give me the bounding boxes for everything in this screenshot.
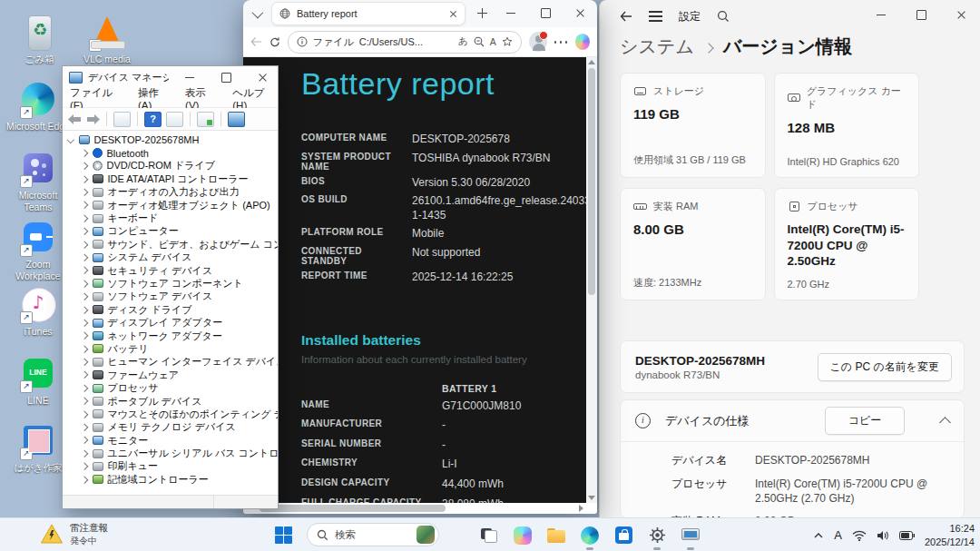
file-explorer-button[interactable] bbox=[546, 526, 566, 546]
tree-item[interactable]: ユニバーサル シリアル バス コントローラー bbox=[63, 447, 278, 459]
expand-chevron-icon[interactable] bbox=[81, 398, 88, 405]
tree-item[interactable]: ポータブル デバイス bbox=[63, 395, 278, 408]
zoom-out-icon[interactable] bbox=[474, 36, 485, 47]
menu-item[interactable]: 操作(A) bbox=[138, 86, 172, 111]
expand-chevron-icon[interactable] bbox=[81, 241, 88, 248]
expand-chevron-icon[interactable] bbox=[81, 332, 88, 339]
wifi-icon[interactable] bbox=[852, 530, 867, 541]
rename-pc-button[interactable]: この PC の名前を変更 bbox=[818, 353, 952, 381]
expand-chevron-icon[interactable] bbox=[81, 306, 88, 313]
desktop-icon[interactable]: ごみ箱 bbox=[5, 13, 74, 65]
tree-item[interactable]: モニター bbox=[63, 434, 278, 447]
tree-item[interactable]: ファームウェア bbox=[63, 369, 278, 381]
scan-hardware-icon[interactable] bbox=[197, 112, 214, 127]
tree-item[interactable]: マウスとそのほかのポインティング デバイス bbox=[63, 408, 278, 420]
device-manager-button[interactable] bbox=[681, 526, 701, 546]
copilot-button[interactable] bbox=[513, 526, 533, 546]
tree-item[interactable]: ディスプレイ アダプター bbox=[63, 316, 278, 329]
refresh-icon[interactable] bbox=[270, 36, 280, 48]
expand-chevron-icon[interactable] bbox=[81, 254, 88, 261]
tree-item[interactable]: ディスク ドライブ bbox=[63, 303, 278, 316]
clock[interactable]: 16:24 2025/12/14 bbox=[925, 522, 975, 549]
menu-item[interactable]: ヘルプ(H) bbox=[232, 86, 278, 111]
help-icon[interactable]: ? bbox=[144, 112, 162, 127]
expand-chevron-icon[interactable] bbox=[81, 463, 88, 470]
expand-chevron-icon[interactable] bbox=[81, 424, 88, 431]
console-tree-icon[interactable] bbox=[113, 112, 131, 127]
close-button[interactable] bbox=[941, 0, 980, 29]
back-icon[interactable] bbox=[620, 11, 632, 22]
tree-item[interactable]: サウンド、ビデオ、およびゲーム コントローラー bbox=[63, 238, 278, 251]
back-icon[interactable] bbox=[250, 36, 262, 47]
tree-item[interactable]: セキュリティ デバイス bbox=[63, 264, 278, 277]
maximize-button[interactable] bbox=[528, 0, 563, 25]
search-icon[interactable] bbox=[717, 10, 730, 23]
expand-chevron-icon[interactable] bbox=[81, 162, 88, 170]
expand-chevron-icon[interactable] bbox=[81, 450, 88, 458]
expand-chevron-icon[interactable] bbox=[81, 385, 88, 392]
back-icon[interactable] bbox=[68, 114, 82, 124]
favorite-star-icon[interactable] bbox=[502, 36, 513, 47]
copilot-icon[interactable] bbox=[575, 34, 590, 50]
expand-chevron-icon[interactable] bbox=[81, 476, 88, 483]
store-button[interactable] bbox=[613, 526, 633, 546]
page-info-icon[interactable] bbox=[297, 36, 308, 47]
horizontal-scrollbar[interactable] bbox=[243, 503, 586, 514]
tree-item[interactable]: 記憶域コントローラー bbox=[63, 473, 278, 486]
minimize-button[interactable] bbox=[861, 0, 901, 29]
menu-icon[interactable] bbox=[649, 11, 662, 13]
menu-item[interactable]: ファイル(F) bbox=[70, 86, 124, 111]
expand-chevron-icon[interactable] bbox=[81, 215, 88, 222]
settings-button[interactable] bbox=[647, 526, 667, 546]
expand-chevron-icon[interactable] bbox=[81, 189, 88, 196]
vertical-scrollbar[interactable] bbox=[586, 57, 597, 503]
forward-icon[interactable] bbox=[86, 114, 100, 124]
device-specs-header[interactable]: i デバイスの仕様 コピー bbox=[621, 400, 964, 442]
expand-chevron-icon[interactable] bbox=[81, 202, 88, 209]
weather-widget[interactable]: 雷注意報 発令中 bbox=[40, 522, 108, 546]
taskbar-search[interactable]: 検索 bbox=[307, 523, 439, 546]
minimize-button[interactable] bbox=[494, 0, 528, 25]
tree-item[interactable]: IDE ATA/ATAPI コントローラー bbox=[63, 172, 278, 185]
tree-item[interactable]: ヒューマン インターフェイス デバイス bbox=[63, 356, 278, 369]
tree-item[interactable]: キーボード bbox=[63, 212, 278, 224]
tree-item[interactable]: オーディオの入力および出力 bbox=[63, 186, 278, 199]
expand-chevron-icon[interactable] bbox=[81, 150, 88, 157]
expand-chevron-icon[interactable] bbox=[81, 267, 88, 274]
more-menu-icon[interactable] bbox=[554, 40, 568, 44]
tree-item[interactable]: バッテリ bbox=[63, 342, 278, 355]
scroll-right-icon[interactable] bbox=[579, 505, 583, 512]
copy-button[interactable]: コピー bbox=[825, 407, 905, 435]
tree-item[interactable]: コンピューター bbox=[63, 225, 278, 238]
scroll-down-icon[interactable] bbox=[588, 496, 595, 500]
collapse-chevron-icon[interactable] bbox=[939, 417, 951, 428]
tree-item[interactable]: Bluetooth bbox=[63, 146, 278, 159]
device-list-icon[interactable] bbox=[166, 112, 183, 127]
collapse-chevron-icon[interactable] bbox=[67, 136, 74, 143]
tree-item[interactable]: オーディオ処理オブジェクト (APO) bbox=[63, 199, 278, 212]
task-view-button[interactable] bbox=[479, 526, 499, 546]
tree-item[interactable]: ソフトウェア コンポーネント bbox=[63, 277, 278, 290]
expand-chevron-icon[interactable] bbox=[81, 411, 88, 418]
address-bar[interactable]: ファイル C:/Users/US... あ A bbox=[288, 31, 522, 54]
battery-icon[interactable] bbox=[899, 531, 915, 540]
profile-avatar[interactable] bbox=[529, 32, 547, 52]
read-aloud-icon[interactable]: A bbox=[490, 36, 496, 47]
tree-item[interactable]: DVD/CD-ROM ドライブ bbox=[63, 160, 278, 172]
scroll-up-icon[interactable] bbox=[588, 60, 595, 64]
tree-root[interactable]: DESKTOP-2025678MH bbox=[63, 133, 278, 146]
tab-search-chevron-icon[interactable] bbox=[252, 6, 264, 18]
tree-item[interactable]: ネットワーク アダプター bbox=[63, 330, 278, 342]
vertical-scroll-thumb[interactable] bbox=[588, 68, 595, 295]
ime-mode-indicator[interactable]: A bbox=[834, 528, 842, 542]
tree-item[interactable]: ソフトウェア デバイス bbox=[63, 290, 278, 303]
maximize-button[interactable] bbox=[901, 0, 941, 29]
expand-chevron-icon[interactable] bbox=[81, 437, 88, 444]
new-tab-button[interactable] bbox=[475, 5, 491, 22]
tab-close-icon[interactable] bbox=[449, 10, 457, 18]
tree-item[interactable]: 印刷キュー bbox=[63, 460, 278, 473]
properties-icon[interactable] bbox=[228, 112, 245, 127]
tree-item[interactable]: プロセッサ bbox=[63, 381, 278, 394]
expand-chevron-icon[interactable] bbox=[81, 346, 88, 353]
expand-chevron-icon[interactable] bbox=[81, 293, 88, 300]
